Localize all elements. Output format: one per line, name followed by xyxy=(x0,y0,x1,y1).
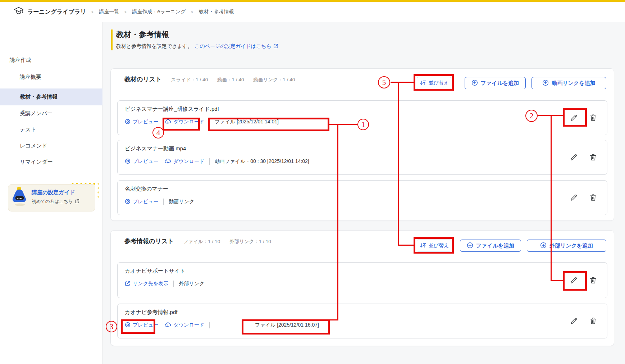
materials-add-video-link-button[interactable]: 動画リンクを追加 xyxy=(532,77,606,89)
reference-row-external-site: カオナビサポートサイト リンク先を表示 外部リンク xyxy=(117,262,607,298)
download-link[interactable]: ダウンロード xyxy=(165,158,204,165)
external-link-icon xyxy=(125,281,131,287)
breadcrumb: ラーニングライブラリ ＞ 講座一覧 ＞ 講座作成：eラーニング ＞ 教材・参考情… xyxy=(0,2,625,22)
references-count-files: ファイル：1 / 10 xyxy=(183,238,220,245)
app-window: ラーニングライブラリ ＞ 講座一覧 ＞ 講座作成：eラーニング ＞ 教材・参考情… xyxy=(0,0,625,364)
add-file-button-label: ファイルを追加 xyxy=(481,80,519,87)
graduation-cap-icon xyxy=(14,6,24,17)
material-row-video-mp4: ビジネスマナー動画.mp4 プレビュー ダウンロード 動画ファイル・00 : 3… xyxy=(117,140,607,175)
references-add-external-link-button[interactable]: 外部リンクを追加 xyxy=(527,240,606,252)
sidebar-item-test[interactable]: テスト xyxy=(0,121,102,138)
breadcrumb-separator: ＞ xyxy=(123,9,128,15)
download-link-label: ダウンロード xyxy=(173,158,204,165)
app-logo[interactable]: ラーニングライブラリ xyxy=(14,6,86,17)
eye-icon xyxy=(125,322,131,329)
edit-button[interactable] xyxy=(569,113,578,123)
references-header: 参考情報のリスト ファイル：1 / 10 外部リンク：1 / 10 xyxy=(124,237,271,245)
references-add-file-button[interactable]: ファイルを追加 xyxy=(460,240,521,252)
reference-meta: 外部リンク xyxy=(179,281,204,287)
preview-link[interactable]: プレビュー xyxy=(125,322,158,329)
sidebar-item-course-overview[interactable]: 講座概要 xyxy=(0,69,102,85)
eye-icon xyxy=(125,119,131,126)
material-meta: 動画リンク xyxy=(169,199,194,205)
references-title: 参考情報のリスト xyxy=(124,237,174,245)
download-link-label: ダウンロード xyxy=(173,322,204,328)
delete-button[interactable] xyxy=(588,113,598,123)
page-title: 教材・参考情報 xyxy=(116,29,169,40)
materials-header: 教材のリスト スライド：1 / 40 動画：1 / 40 動画リンク：1 / 4… xyxy=(124,75,295,83)
cloud-download-icon xyxy=(165,119,171,126)
delete-button[interactable] xyxy=(588,153,598,162)
edit-button[interactable] xyxy=(569,153,578,162)
materials-sort-button[interactable]: 並び替え xyxy=(417,77,451,89)
breadcrumb-item-course-create[interactable]: 講座作成：eラーニング xyxy=(132,9,186,15)
delete-button[interactable] xyxy=(588,193,598,203)
edit-button[interactable] xyxy=(569,317,578,326)
materials-count-videos: 動画：1 / 40 xyxy=(217,77,244,83)
sort-icon xyxy=(419,242,426,249)
sort-button-label: 並び替え xyxy=(429,242,449,249)
sort-icon xyxy=(419,80,426,87)
material-links: プレビュー ダウンロード 動画ファイル・00 : 30 [2025/12/01 … xyxy=(125,157,309,166)
preview-link-label: プレビュー xyxy=(133,158,158,165)
edit-button[interactable] xyxy=(569,193,578,203)
divider xyxy=(163,199,164,205)
page-guide-link-label: このページの設定ガイドはこちら xyxy=(195,43,272,50)
guide-banner-link[interactable]: 初めての方はこちら xyxy=(32,199,79,205)
divider xyxy=(209,158,210,165)
page-guide-link[interactable]: このページの設定ガイドはこちら xyxy=(195,43,278,50)
materials-add-file-button[interactable]: ファイルを追加 xyxy=(465,77,526,89)
plus-circle-icon xyxy=(467,242,473,250)
preview-link-label: プレビュー xyxy=(133,199,158,205)
plus-circle-icon xyxy=(542,79,549,87)
row-actions xyxy=(569,101,598,135)
sort-button-label: 並び替え xyxy=(429,80,449,86)
download-link[interactable]: ダウンロード xyxy=(165,119,204,126)
open-link-label: リンク先を表示 xyxy=(133,281,168,287)
external-link-icon xyxy=(75,199,79,205)
page-title-accent xyxy=(111,29,113,50)
download-link[interactable]: ダウンロード xyxy=(165,322,204,329)
add-file-button-label: ファイルを追加 xyxy=(476,242,515,249)
cloud-download-icon xyxy=(165,158,171,165)
references-sort-button[interactable]: 並び替え xyxy=(417,240,451,252)
divider xyxy=(173,281,174,287)
sidebar-item-materials[interactable]: 教材・参考情報 xyxy=(0,88,102,105)
plus-circle-icon xyxy=(540,242,547,250)
material-title: ビジネスマナー動画.mp4 xyxy=(125,145,186,152)
sidebar-item-members[interactable]: 受講メンバー xyxy=(0,105,102,122)
breadcrumb-item-course-list[interactable]: 講座一覧 xyxy=(99,9,119,15)
material-meta: 動画ファイル・00 : 30 [2025/12/01 14:02] xyxy=(215,158,309,165)
preview-link[interactable]: プレビュー xyxy=(125,199,158,205)
preview-link[interactable]: プレビュー xyxy=(125,119,158,126)
preview-link-label: プレビュー xyxy=(133,322,158,328)
delete-button[interactable] xyxy=(588,276,598,285)
divider xyxy=(209,322,210,328)
row-actions xyxy=(569,263,598,298)
preview-link[interactable]: プレビュー xyxy=(125,158,158,165)
reference-meta: ファイル [2025/12/01 16:07] xyxy=(255,322,319,328)
plus-circle-icon xyxy=(471,79,478,87)
guide-banner-title: 講座の設定ガイド xyxy=(32,189,75,196)
divider xyxy=(209,119,210,125)
materials-card: 教材のリスト スライド：1 / 40 動画：1 / 40 動画リンク：1 / 4… xyxy=(110,68,614,221)
material-meta: ファイル [2025/12/01 14:01] xyxy=(215,119,279,125)
edit-button[interactable] xyxy=(569,276,578,285)
row-actions xyxy=(569,140,598,174)
download-link-label: ダウンロード xyxy=(173,119,204,125)
materials-count-slides: スライド：1 / 40 xyxy=(171,77,208,83)
material-links: プレビュー ダウンロード ファイル [2025/12/01 14:01] xyxy=(125,117,279,127)
material-title: 名刺交換のマナー xyxy=(125,186,168,192)
material-row-slide-pdf: ビジネスマナー講座_研修スライド.pdf プレビュー ダウンロード ファイル [… xyxy=(117,100,607,135)
page-description: 教材と参考情報を設定できます。 このページの設定ガイドはこちら xyxy=(116,43,278,50)
preview-link-label: プレビュー xyxy=(133,119,158,125)
breadcrumb-separator: ＞ xyxy=(90,9,95,15)
sidebar-item-recommend[interactable]: レコメンド xyxy=(0,137,102,154)
open-link[interactable]: リンク先を表示 xyxy=(125,281,168,287)
row-actions xyxy=(569,181,598,215)
breadcrumb-separator: ＞ xyxy=(190,9,194,15)
sidebar-item-reminder[interactable]: リマインダー xyxy=(0,154,102,170)
row-actions xyxy=(569,304,598,338)
add-external-link-button-label: 外部リンクを追加 xyxy=(549,242,593,249)
delete-button[interactable] xyxy=(588,317,598,326)
